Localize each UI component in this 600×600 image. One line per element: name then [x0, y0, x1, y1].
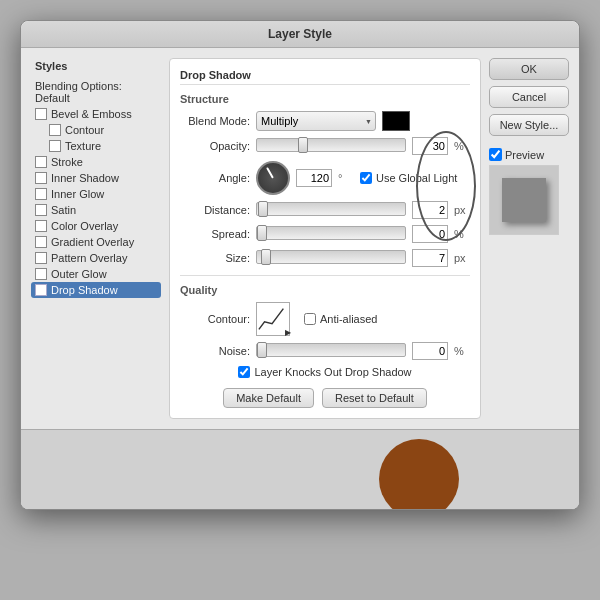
sidebar-item-gradient-overlay[interactable]: Gradient Overlay — [31, 234, 161, 250]
sidebar-item-texture[interactable]: Texture — [31, 138, 161, 154]
sidebar-item-outer-glow-label: Outer Glow — [51, 268, 107, 280]
spread-label: Spread: — [180, 228, 250, 240]
inner-glow-checkbox[interactable] — [35, 188, 47, 200]
distance-slider[interactable] — [256, 202, 406, 216]
pattern-overlay-checkbox[interactable] — [35, 252, 47, 264]
inner-shadow-checkbox[interactable] — [35, 172, 47, 184]
layer-style-dialog: Layer Style Styles Blending Options: Def… — [20, 20, 580, 510]
new-style-button[interactable]: New Style... — [489, 114, 569, 136]
sidebar-item-pattern-overlay[interactable]: Pattern Overlay — [31, 250, 161, 266]
gradient-overlay-checkbox[interactable] — [35, 236, 47, 248]
outer-glow-checkbox[interactable] — [35, 268, 47, 280]
structure-header: Structure — [180, 93, 470, 105]
noise-slider-container — [256, 343, 406, 359]
spread-input[interactable]: 0 — [412, 225, 448, 243]
preview-label-container: Preview — [489, 148, 569, 161]
sidebar-item-contour-label: Contour — [65, 124, 104, 136]
distance-input[interactable]: 2 — [412, 201, 448, 219]
dialog-title-bar: Layer Style — [21, 21, 579, 48]
angle-label: Angle: — [180, 172, 250, 184]
spread-slider[interactable] — [256, 226, 406, 240]
brown-circle-decoration — [379, 439, 459, 509]
noise-input[interactable]: 0 — [412, 342, 448, 360]
layer-knocks-checkbox[interactable] — [238, 366, 250, 378]
sidebar-item-inner-glow-label: Inner Glow — [51, 188, 104, 200]
sidebar: Styles Blending Options: Default Bevel &… — [31, 58, 161, 419]
noise-unit: % — [454, 345, 470, 357]
make-default-button[interactable]: Make Default — [223, 388, 314, 408]
bevel-emboss-checkbox[interactable] — [35, 108, 47, 120]
sidebar-item-blending-options[interactable]: Blending Options: Default — [31, 78, 161, 106]
reset-to-default-button[interactable]: Reset to Default — [322, 388, 427, 408]
preview-label: Preview — [505, 149, 544, 161]
distance-row: Distance: 2 px — [180, 201, 470, 219]
contour-row: Contour: ▶ Anti-aliased — [180, 302, 470, 336]
preview-square — [502, 178, 546, 222]
distance-unit: px — [454, 204, 470, 216]
opacity-input[interactable]: 30 — [412, 137, 448, 155]
sidebar-title: Styles — [31, 58, 161, 74]
use-global-light-label[interactable]: Use Global Light — [360, 172, 457, 184]
sidebar-item-color-overlay-label: Color Overlay — [51, 220, 118, 232]
sidebar-item-satin-label: Satin — [51, 204, 76, 216]
contour-checkbox[interactable] — [49, 124, 61, 136]
sidebar-item-gradient-overlay-label: Gradient Overlay — [51, 236, 134, 248]
sidebar-item-satin[interactable]: Satin — [31, 202, 161, 218]
spread-slider-container — [256, 226, 406, 242]
sidebar-item-inner-glow[interactable]: Inner Glow — [31, 186, 161, 202]
layer-knocks-row: Layer Knocks Out Drop Shadow — [180, 366, 470, 378]
dialog-title: Layer Style — [268, 27, 332, 41]
dialog-body: Styles Blending Options: Default Bevel &… — [21, 48, 579, 429]
angle-dial[interactable] — [256, 161, 290, 195]
sidebar-item-texture-label: Texture — [65, 140, 101, 152]
distance-slider-container — [256, 202, 406, 218]
preview-checkbox[interactable] — [489, 148, 502, 161]
color-overlay-checkbox[interactable] — [35, 220, 47, 232]
sidebar-item-drop-shadow-label: Drop Shadow — [51, 284, 118, 296]
opacity-slider-container — [256, 138, 406, 154]
sidebar-item-drop-shadow[interactable]: Drop Shadow — [31, 282, 161, 298]
opacity-slider[interactable] — [256, 138, 406, 152]
contour-arrow-icon: ▶ — [285, 328, 291, 337]
noise-slider[interactable] — [256, 343, 406, 357]
anti-aliased-label[interactable]: Anti-aliased — [304, 313, 377, 325]
sidebar-item-color-overlay[interactable]: Color Overlay — [31, 218, 161, 234]
layer-knocks-label[interactable]: Layer Knocks Out Drop Shadow — [238, 366, 411, 378]
sidebar-item-contour[interactable]: Contour — [31, 122, 161, 138]
angle-unit: ° — [338, 172, 354, 184]
size-input[interactable]: 7 — [412, 249, 448, 267]
spread-unit: % — [454, 228, 470, 240]
use-global-light-checkbox[interactable] — [360, 172, 372, 184]
noise-label: Noise: — [180, 345, 250, 357]
sidebar-item-stroke[interactable]: Stroke — [31, 154, 161, 170]
sidebar-item-inner-shadow[interactable]: Inner Shadow — [31, 170, 161, 186]
anti-aliased-checkbox[interactable] — [304, 313, 316, 325]
blend-mode-row: Blend Mode: Multiply Normal Screen — [180, 111, 470, 131]
angle-input[interactable]: 120 — [296, 169, 332, 187]
satin-checkbox[interactable] — [35, 204, 47, 216]
size-slider-container — [256, 250, 406, 266]
blend-color-swatch[interactable] — [382, 111, 410, 131]
bottom-buttons: Make Default Reset to Default — [180, 388, 470, 408]
contour-preview[interactable]: ▶ — [256, 302, 290, 336]
noise-row: Noise: 0 % — [180, 342, 470, 360]
quality-section: Quality Contour: ▶ Anti-aliased — [180, 275, 470, 360]
blend-mode-select[interactable]: Multiply Normal Screen — [256, 111, 376, 131]
sidebar-item-outer-glow[interactable]: Outer Glow — [31, 266, 161, 282]
bottom-area — [21, 429, 579, 509]
cancel-button[interactable]: Cancel — [489, 86, 569, 108]
right-buttons-panel: OK Cancel New Style... Preview — [489, 58, 569, 419]
ok-button[interactable]: OK — [489, 58, 569, 80]
blend-mode-select-wrapper[interactable]: Multiply Normal Screen — [256, 111, 376, 131]
drop-shadow-checkbox[interactable] — [35, 284, 47, 296]
structure-area: Blend Mode: Multiply Normal Screen Opaci… — [180, 111, 470, 267]
stroke-checkbox[interactable] — [35, 156, 47, 168]
size-unit: px — [454, 252, 470, 264]
distance-label: Distance: — [180, 204, 250, 216]
sidebar-item-bevel-emboss[interactable]: Bevel & Emboss — [31, 106, 161, 122]
texture-checkbox[interactable] — [49, 140, 61, 152]
size-row: Size: 7 px — [180, 249, 470, 267]
main-panel: Drop Shadow Structure Blend Mode: Multip… — [169, 58, 481, 419]
size-slider[interactable] — [256, 250, 406, 264]
angle-row: Angle: 120 ° Use Global Light — [180, 161, 470, 195]
